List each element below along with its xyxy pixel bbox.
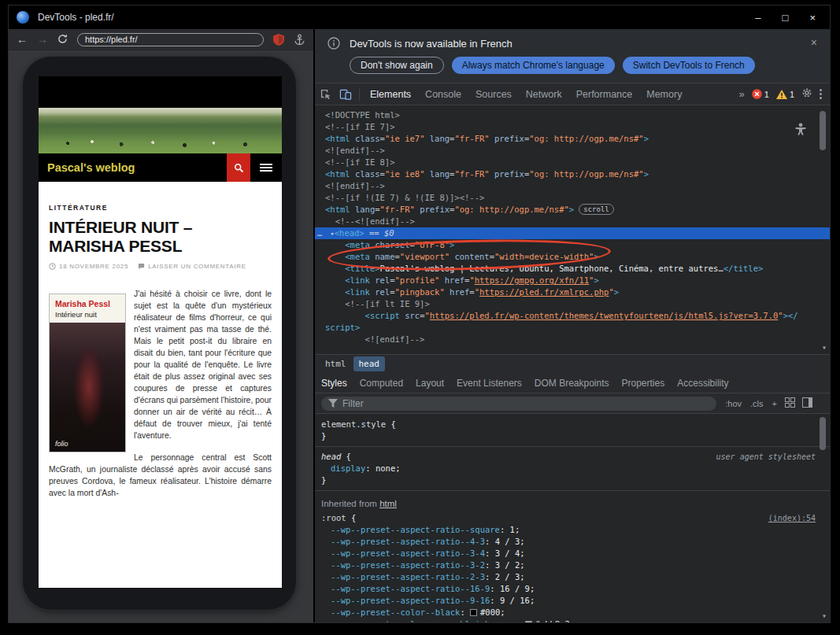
infobar-button[interactable]: Always match Chrome's language (452, 57, 615, 74)
line-options-icon[interactable]: … (317, 227, 322, 239)
dom-tree-line[interactable]: <![endif]--> (315, 145, 830, 157)
sidebar-tab-styles[interactable]: Styles (315, 373, 353, 393)
url-bar[interactable]: https://pled.fr/ (77, 33, 264, 46)
grid-icon[interactable] (785, 397, 795, 409)
css-property[interactable]: --wp--preset--aspect-ratio--square: 1; (315, 524, 830, 536)
error-badge[interactable]: 1 (752, 89, 769, 99)
head-rule[interactable]: head { user agent stylesheet (315, 451, 830, 463)
inherited-element-link[interactable]: html (379, 499, 397, 508)
settings-button[interactable] (801, 87, 812, 101)
dom-tree-line[interactable]: <!--[if IE 8]> (315, 157, 830, 168)
devtools-tabbar: ElementsConsoleSourcesNetworkPerformance… (315, 83, 830, 105)
style-filter-field[interactable] (321, 397, 716, 411)
close-button[interactable]: × (809, 12, 816, 24)
dom-tree-line[interactable]: script> (315, 322, 830, 334)
dom-tree-line[interactable]: <!--<![endif]--> (315, 216, 830, 227)
search-icon (234, 163, 244, 173)
infobar-close-button[interactable]: × (811, 36, 817, 49)
back-button[interactable]: ← (17, 34, 28, 45)
element-style-rule[interactable]: element.style { (315, 419, 830, 430)
infobar-button[interactable]: Don't show again (350, 57, 444, 74)
sidebar-tab-layout[interactable]: Layout (409, 373, 450, 393)
color-swatch-icon[interactable] (470, 609, 477, 616)
css-property[interactable]: --wp--preset--aspect-ratio--9-16: 9 / 16… (315, 595, 830, 607)
post-category[interactable]: LITTÉRATURE (49, 204, 272, 212)
css-property[interactable]: --wp--preset--aspect-ratio--16-9: 16 / 9… (315, 583, 830, 595)
extension-anchor-icon[interactable] (294, 34, 305, 46)
scroll-badge[interactable]: scroll (579, 204, 614, 215)
dom-tree-line[interactable]: <meta name="viewport" content="width=dev… (315, 251, 830, 263)
sidebar-tab-dom-breakpoints[interactable]: DOM Breakpoints (528, 373, 616, 393)
tab-memory[interactable]: Memory (639, 83, 689, 105)
css-property[interactable]: --wp--preset--aspect-ratio--3-2: 3 / 2; (315, 559, 830, 571)
infobar-button[interactable]: Switch DevTools to French (623, 57, 755, 74)
root-rule[interactable]: :root { (index):54 (315, 512, 830, 524)
tab-performance[interactable]: Performance (569, 83, 640, 105)
accessibility-icon[interactable] (795, 123, 806, 138)
css-property[interactable]: --wp--preset--aspect-ratio--3-4: 3 / 4; (315, 548, 830, 559)
dom-tree-line[interactable]: <link rel="pingback" href="https://pled.… (315, 286, 830, 298)
tab-sources[interactable]: Sources (468, 83, 519, 105)
css-property[interactable]: display: none; (315, 463, 830, 474)
tab-elements[interactable]: Elements (363, 83, 418, 105)
clock-icon (49, 263, 56, 270)
warning-badge[interactable]: 1 (776, 90, 794, 99)
css-property[interactable]: --wp--preset--aspect-ratio--4-3: 4 / 3; (315, 536, 830, 548)
info-icon (327, 37, 340, 50)
site-title[interactable]: Pascal's weblog (39, 153, 227, 182)
sidebar-tab-computed[interactable]: Computed (353, 373, 409, 393)
device-frame: Pascal's weblog LITTÉRATURE INTÉRIEUR NU… (23, 57, 296, 610)
maximize-button[interactable]: □ (783, 12, 789, 24)
scrollbar-thumb[interactable] (820, 417, 826, 450)
scrollbar-thumb[interactable] (820, 111, 826, 150)
more-tabs-button[interactable]: » (739, 88, 745, 100)
dom-tree-line[interactable]: <![endif]--> (315, 334, 830, 345)
reload-button[interactable] (57, 34, 68, 46)
stylesheet-link[interactable]: (index):54 (768, 512, 816, 524)
extension-shield-icon[interactable] (273, 34, 284, 46)
sidebar-tab-event-listeners[interactable]: Event Listeners (450, 373, 528, 393)
element-classes-button[interactable]: .cls (749, 399, 764, 408)
dom-tree-line[interactable]: <html class="ie ie8" lang="fr-FR" prefix… (315, 168, 830, 180)
css-property[interactable]: --wp--preset--aspect-ratio--2-3: 2 / 3; (315, 571, 830, 583)
more-options-button[interactable] (820, 89, 822, 99)
filter-input[interactable] (342, 398, 709, 409)
dom-tree-line[interactable]: <html class="ie ie7" lang="fr-FR" prefix… (315, 133, 830, 145)
device-toolbar-button[interactable] (335, 88, 356, 100)
dom-tree-line[interactable]: <title>Pascal's weblog | Lectures, Ubunt… (315, 263, 830, 275)
new-style-rule-button[interactable]: + (772, 399, 778, 408)
filter-funnel-icon (328, 399, 338, 408)
tab-console[interactable]: Console (418, 83, 468, 105)
inspect-element-button[interactable] (315, 88, 335, 100)
sidebar-tab-properties[interactable]: Properties (616, 373, 672, 393)
css-property[interactable]: --wp--preset--color--cyan-bluish-gray: #… (315, 618, 830, 622)
tab-network[interactable]: Network (519, 83, 569, 105)
menu-button[interactable] (250, 153, 282, 182)
css-property[interactable]: --wp--preset--color--black: #000; (315, 607, 830, 618)
dom-tree-line[interactable]: <link rel="profile" href="https://gmpg.o… (315, 275, 830, 286)
breadcrumb-html[interactable]: html (320, 356, 352, 371)
scroll-down-icon[interactable]: ▾ (822, 610, 827, 622)
dom-tree-line[interactable]: <!--[if IE 7]> (315, 121, 830, 133)
device-toolbar-icon (339, 88, 352, 100)
forward-button[interactable]: → (37, 34, 48, 45)
dom-tree-line[interactable]: <![endif]--> (315, 180, 830, 192)
sidebar-tab-accessibility[interactable]: Accessibility (671, 373, 735, 393)
dom-tree-line[interactable]: <html lang="fr-FR" prefix="og: http://og… (315, 204, 830, 216)
dom-tree-line[interactable]: <!--[if !(IE 7) & !(IE 8)]><!--> (315, 192, 830, 204)
breadcrumb-head[interactable]: head (353, 356, 386, 371)
dom-tree-line[interactable]: <!--[if lt IE 9]> (315, 298, 830, 310)
color-swatch-icon[interactable] (525, 621, 532, 622)
dom-tree-line[interactable]: <!DOCTYPE html> (315, 109, 830, 121)
search-button[interactable] (227, 153, 250, 182)
dom-tree-line[interactable]: <meta charset="UTF-8"> (315, 239, 830, 251)
dom-tree-line[interactable]: … ▾<head> == $0 (315, 227, 830, 239)
dock-sidebar-icon[interactable] (802, 397, 812, 409)
styles-sidebar-tabs: StylesComputedLayoutEvent ListenersDOM B… (315, 373, 830, 393)
window-titlebar[interactable]: DevTools - pled.fr/ – □ × (9, 6, 830, 29)
comment-link[interactable]: LAISSER UN COMMENTAIRE (148, 263, 246, 270)
minimize-button[interactable]: – (755, 12, 760, 24)
scroll-down-icon[interactable]: ▾ (822, 341, 827, 353)
toggle-element-state-button[interactable]: :hov (724, 399, 742, 408)
dom-tree-line[interactable]: <script src="https://pled.fr/wp-content/… (315, 310, 830, 322)
